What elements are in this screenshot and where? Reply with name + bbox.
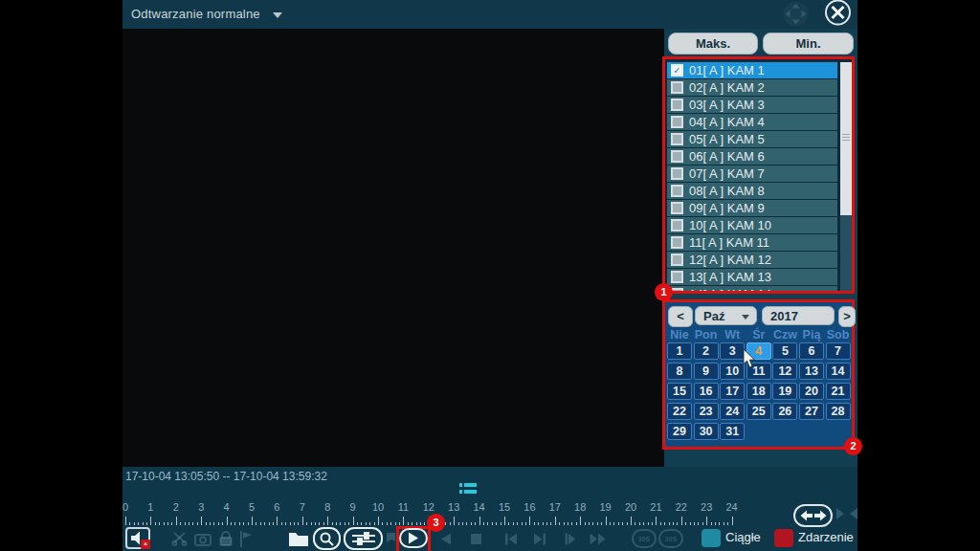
camera-checkbox[interactable] — [671, 133, 683, 145]
camera-checkbox[interactable] — [671, 202, 683, 214]
calendar-day[interactable]: 24 — [720, 403, 745, 420]
calendar-day[interactable]: 18 — [746, 383, 771, 400]
calendar-year-field[interactable]: 2017 — [762, 306, 835, 325]
calendar-prev-button[interactable]: < — [668, 306, 693, 327]
calendar-month-select[interactable]: Paź — [695, 306, 757, 325]
camera-checkbox[interactable] — [671, 219, 683, 231]
calendar-day[interactable]: 16 — [694, 383, 719, 400]
calendar-day[interactable]: 30 — [694, 423, 719, 440]
mouse-cursor — [743, 349, 756, 368]
calendar-day[interactable]: 7 — [826, 342, 851, 360]
record-time-range: 17-10-04 13:05:50 -- 17-10-04 13:59:32 — [125, 470, 327, 483]
play-button[interactable] — [399, 528, 428, 548]
calendar-day[interactable]: 9 — [694, 363, 719, 380]
previous-frame-button[interactable] — [500, 527, 523, 550]
camera-row[interactable]: 10[ A ] KAM 10 — [667, 217, 837, 233]
camera-checkbox[interactable] — [671, 150, 683, 163]
calendar-day[interactable]: 26 — [772, 403, 797, 420]
audio-muted-x-icon: × — [141, 540, 150, 549]
calendar-day[interactable]: 17 — [720, 383, 745, 400]
camera-row[interactable]: 02[ A ] KAM 2 — [667, 79, 837, 96]
hour-label: 18 — [574, 501, 586, 513]
calendar-day[interactable]: 5 — [772, 342, 797, 360]
camera-row[interactable]: 03[ A ] KAM 3 — [667, 97, 837, 113]
camera-checkbox[interactable] — [671, 81, 683, 94]
annotation-badge-3: 3 — [427, 514, 445, 532]
max-button[interactable]: Maks. — [668, 33, 758, 55]
calendar-day[interactable]: 22 — [667, 403, 692, 420]
hour-label: 1 — [147, 501, 153, 513]
camera-checkbox[interactable] — [671, 236, 683, 249]
calendar-day[interactable]: 3 — [720, 342, 745, 360]
scrollbar-track[interactable] — [840, 62, 852, 291]
fast-forward-button[interactable] — [586, 527, 609, 550]
calendar-day[interactable]: 6 — [799, 342, 824, 360]
legend-event-label: Zdarzenie — [798, 530, 854, 544]
camera-checkbox[interactable] — [671, 116, 683, 128]
timeline-compress-icon[interactable] — [835, 507, 858, 524]
zoom-icon[interactable] — [313, 527, 341, 550]
camera-row[interactable]: 11[ A ] KAM 11 — [667, 234, 837, 251]
min-button[interactable]: Min. — [763, 33, 854, 55]
rewind-30s-button[interactable]: 30S — [632, 529, 657, 548]
timeline-zoom-button[interactable] — [793, 504, 833, 527]
camera-row[interactable]: 13[ A ] KAM 13 — [667, 269, 837, 285]
camera-row[interactable]: ✓01[ A ] KAM 1 — [667, 62, 837, 78]
clip-icon[interactable] — [170, 527, 189, 550]
calendar-day[interactable]: 15 — [667, 383, 692, 400]
calendar-day[interactable]: 8 — [667, 363, 692, 380]
calendar-day[interactable]: 13 — [799, 363, 824, 380]
legend-continuous-swatch — [702, 529, 721, 547]
calendar-day[interactable]: 20 — [799, 383, 824, 400]
camera-label: 06[ A ] KAM 6 — [689, 149, 765, 164]
camera-row[interactable]: 07[ A ] KAM 7 — [667, 165, 837, 182]
settings-sliders-icon[interactable] — [344, 527, 383, 550]
camera-row[interactable]: 05[ A ] KAM 5 — [667, 131, 837, 147]
calendar-day[interactable]: 25 — [746, 403, 771, 420]
camera-label: 11[ A ] KAM 11 — [689, 235, 769, 250]
camera-checkbox[interactable]: ✓ — [671, 64, 683, 77]
calendar-day[interactable]: 14 — [826, 363, 851, 380]
camera-row[interactable]: 09[ A ] KAM 9 — [667, 200, 837, 216]
bottom-bar: 17-10-04 13:05:50 -- 17-10-04 13:59:32 0… — [122, 467, 858, 551]
calendar-day[interactable]: 21 — [826, 383, 851, 400]
scrollbar-thumb[interactable] — [840, 62, 852, 215]
hour-label: 4 — [224, 501, 230, 513]
frame-step-button[interactable] — [557, 527, 580, 550]
calendar-next-button[interactable]: > — [838, 306, 856, 327]
calendar-day[interactable]: 2 — [694, 342, 719, 360]
lock-icon[interactable] — [216, 527, 235, 550]
legend-event-swatch — [774, 529, 793, 547]
stop-button[interactable] — [464, 527, 487, 550]
calendar-day[interactable]: 27 — [799, 403, 824, 420]
close-icon[interactable] — [824, 0, 852, 27]
hour-label: 17 — [549, 501, 561, 513]
mark-icon[interactable] — [385, 527, 396, 550]
snapshot-icon[interactable] — [193, 527, 212, 550]
forward-30s-button[interactable]: 30S — [658, 529, 683, 548]
camera-row[interactable]: 14[ A ] KAM 14 — [667, 286, 837, 291]
dropdown-caret-icon[interactable] — [273, 12, 282, 18]
camera-checkbox[interactable] — [671, 167, 683, 180]
camera-row[interactable]: 04[ A ] KAM 4 — [667, 114, 837, 130]
camera-checkbox[interactable] — [671, 185, 683, 197]
calendar-day[interactable]: 10 — [720, 363, 745, 380]
camera-row[interactable]: 12[ A ] KAM 12 — [667, 252, 837, 268]
calendar-day[interactable]: 31 — [720, 423, 745, 440]
tag-icon[interactable] — [237, 527, 255, 550]
calendar-day[interactable]: 19 — [772, 383, 797, 400]
calendar-day[interactable]: 12 — [772, 363, 797, 380]
camera-row[interactable]: 06[ A ] KAM 6 — [667, 148, 837, 165]
calendar-day[interactable]: 29 — [667, 423, 692, 440]
calendar-day[interactable]: 1 — [667, 342, 692, 360]
file-manager-icon[interactable] — [287, 527, 310, 550]
hour-label: 6 — [274, 501, 279, 513]
calendar-day[interactable]: 28 — [826, 403, 851, 420]
calendar-day[interactable]: 23 — [694, 403, 719, 420]
camera-row[interactable]: 08[ A ] KAM 8 — [667, 183, 837, 199]
camera-checkbox[interactable] — [671, 271, 683, 283]
next-frame-button[interactable] — [528, 527, 551, 550]
camera-checkbox[interactable] — [671, 253, 683, 266]
camera-checkbox[interactable] — [671, 99, 683, 111]
mute-audio-button[interactable]: × — [125, 527, 150, 549]
